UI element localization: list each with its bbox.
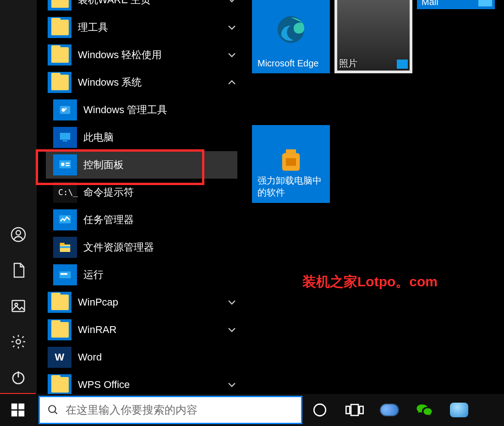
menu-item-winrar[interactable]: WinRAR bbox=[46, 316, 238, 344]
svg-point-1 bbox=[16, 230, 21, 235]
tile-photos[interactable]: 照片 bbox=[334, 0, 412, 73]
svg-point-29 bbox=[49, 405, 55, 412]
svg-point-12 bbox=[61, 163, 65, 166]
run-icon bbox=[53, 264, 77, 285]
menu-label: 此电脑 bbox=[83, 131, 238, 144]
tile-label: Microsoft Edge bbox=[257, 58, 324, 69]
mail-icon bbox=[478, 0, 492, 6]
svg-rect-13 bbox=[66, 163, 70, 164]
tile-label: 强力卸载电脑中的软件 bbox=[257, 175, 324, 198]
svg-rect-23 bbox=[286, 149, 296, 153]
chevron-down-icon bbox=[225, 0, 238, 6]
chevron-down-icon bbox=[225, 323, 238, 336]
explorer-icon bbox=[53, 237, 77, 258]
menu-label: 命令提示符 bbox=[83, 186, 238, 199]
menu-item-winpcap[interactable]: WinPcap bbox=[46, 289, 238, 316]
svg-rect-20 bbox=[60, 273, 67, 275]
tile-mail[interactable]: Mail bbox=[417, 0, 495, 9]
edge-icon bbox=[275, 14, 307, 46]
start-app-list: 装机WARE 主页 理工具 Windows 轻松使用 Windows 系统 Wi… bbox=[46, 0, 238, 399]
menu-label: Windows 轻松使用 bbox=[78, 48, 236, 62]
menu-item-2[interactable]: Windows 轻松使用 bbox=[46, 41, 238, 69]
taskbar-app-2[interactable] bbox=[442, 394, 477, 426]
sub-cmd[interactable]: C:\_ 命令提示符 bbox=[46, 179, 238, 206]
task-manager-icon bbox=[53, 209, 77, 230]
power-icon[interactable] bbox=[10, 369, 27, 386]
user-icon[interactable] bbox=[10, 226, 27, 243]
menu-label: WinPcap bbox=[78, 296, 236, 308]
taskbar-wechat-icon[interactable] bbox=[407, 394, 442, 426]
sub-task-manager[interactable]: 任务管理器 bbox=[46, 206, 238, 234]
svg-rect-34 bbox=[360, 406, 363, 414]
menu-label: 任务管理器 bbox=[83, 213, 238, 227]
tile-edge[interactable]: Microsoft Edge bbox=[252, 0, 330, 73]
menu-label: WinRAR bbox=[78, 324, 236, 336]
watermark-text: 装机之家Lotpo。com bbox=[302, 273, 438, 291]
menu-label: 文件资源管理器 bbox=[83, 240, 238, 254]
svg-point-31 bbox=[314, 404, 326, 416]
menu-label: 装机WARE 主页 bbox=[78, 0, 236, 7]
picture-icon[interactable] bbox=[10, 298, 27, 314]
menu-label: Word bbox=[78, 351, 236, 363]
folder-icon bbox=[48, 319, 71, 340]
svg-rect-33 bbox=[351, 404, 358, 415]
folder-icon bbox=[48, 72, 71, 93]
uninstall-icon bbox=[276, 144, 306, 175]
admin-tools-icon bbox=[53, 99, 77, 120]
svg-rect-9 bbox=[60, 133, 71, 140]
start-button[interactable] bbox=[0, 394, 36, 426]
menu-label: 理工具 bbox=[78, 21, 236, 34]
sub-control-panel[interactable]: 控制面板 bbox=[46, 151, 237, 179]
svg-point-8 bbox=[62, 108, 66, 112]
chevron-up-icon bbox=[225, 76, 238, 89]
svg-rect-26 bbox=[18, 404, 24, 410]
search-placeholder: 在这里输入你要搜索的内容 bbox=[66, 403, 197, 417]
cmd-icon: C:\_ bbox=[53, 182, 77, 203]
svg-rect-32 bbox=[346, 406, 350, 414]
document-icon[interactable] bbox=[10, 262, 27, 279]
control-panel-icon bbox=[53, 154, 77, 175]
start-left-rail bbox=[0, 0, 37, 394]
word-icon: W bbox=[48, 347, 71, 368]
sub-explorer[interactable]: 文件资源管理器 bbox=[46, 234, 238, 261]
menu-item-windows-system[interactable]: Windows 系统 bbox=[46, 69, 238, 96]
taskbar: 在这里输入你要搜索的内容 bbox=[0, 394, 504, 426]
task-view-icon[interactable] bbox=[337, 394, 372, 426]
this-pc-icon bbox=[53, 127, 77, 148]
menu-label: Windows 系统 bbox=[78, 76, 236, 89]
folder-icon bbox=[48, 374, 71, 395]
menu-item-0[interactable]: 装机WARE 主页 bbox=[46, 0, 238, 14]
svg-rect-17 bbox=[60, 243, 65, 245]
folder-icon bbox=[48, 292, 71, 313]
chevron-down-icon bbox=[225, 49, 238, 61]
menu-item-word[interactable]: W Word bbox=[46, 344, 238, 371]
menu-label: 控制面板 bbox=[83, 158, 237, 172]
svg-line-30 bbox=[55, 411, 57, 414]
menu-label: WPS Office bbox=[78, 379, 236, 391]
svg-rect-27 bbox=[11, 410, 17, 416]
svg-rect-25 bbox=[11, 404, 17, 410]
svg-point-4 bbox=[16, 339, 21, 344]
svg-rect-16 bbox=[60, 245, 71, 252]
svg-rect-14 bbox=[66, 165, 70, 166]
taskbar-search[interactable]: 在这里输入你要搜索的内容 bbox=[38, 396, 302, 424]
folder-icon bbox=[48, 44, 71, 66]
tile-label: 照片 bbox=[339, 57, 357, 70]
sub-this-pc[interactable]: 此电脑 bbox=[46, 124, 238, 151]
folder-icon bbox=[48, 0, 71, 11]
svg-rect-28 bbox=[18, 410, 24, 416]
svg-rect-18 bbox=[60, 246, 71, 248]
tile-uninstall[interactable]: 强力卸载电脑中的软件 bbox=[252, 125, 330, 203]
svg-rect-10 bbox=[63, 140, 67, 142]
cortana-icon[interactable] bbox=[302, 394, 337, 426]
chevron-down-icon bbox=[225, 378, 238, 391]
sub-admin-tools[interactable]: Windows 管理工具 bbox=[46, 96, 238, 124]
sub-run[interactable]: 运行 bbox=[46, 261, 238, 289]
gear-icon[interactable] bbox=[10, 333, 27, 350]
menu-item-1[interactable]: 理工具 bbox=[46, 14, 238, 41]
menu-label: 运行 bbox=[83, 268, 238, 282]
taskbar-app-1[interactable] bbox=[372, 394, 407, 426]
menu-label: Windows 管理工具 bbox=[83, 103, 238, 117]
chevron-down-icon bbox=[225, 296, 238, 309]
chevron-down-icon bbox=[225, 21, 238, 34]
